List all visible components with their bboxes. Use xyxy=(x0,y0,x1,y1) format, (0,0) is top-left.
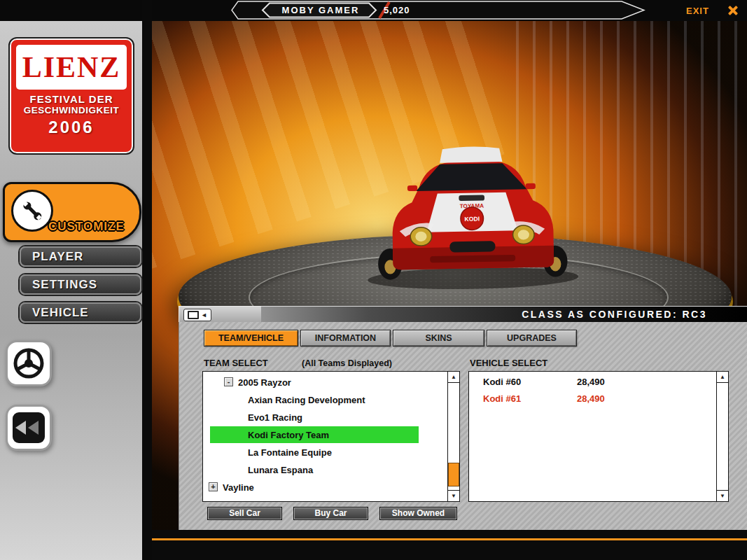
left-arrow-icon: ◄ xyxy=(201,312,207,318)
tab-skins[interactable]: SKINS xyxy=(393,330,484,346)
class-header: CLASS AS CONFIGURED: RC3 xyxy=(261,306,747,322)
logo-line2: GESCHWINDIGKEIT xyxy=(11,105,132,115)
logo-year: 2006 xyxy=(11,118,132,137)
tab-upgrades[interactable]: UPGRADES xyxy=(487,330,577,346)
team-row[interactable]: Axian Racing Development xyxy=(203,391,447,409)
scroll-down-icon[interactable]: ▼ xyxy=(448,490,459,501)
team-group-row[interactable]: + Vayline xyxy=(203,479,447,496)
team-row-selected[interactable]: Kodi Factory Team xyxy=(203,426,447,444)
vehicle-row-selected[interactable]: Kodi #61 28,490 xyxy=(469,391,715,407)
accent-line xyxy=(152,538,747,540)
vehicle-row[interactable]: Kodi #60 28,490 xyxy=(469,374,715,391)
garage-panel: TEAM/VEHICLE INFORMATION SKINS UPGRADES … xyxy=(179,322,747,530)
wrench-emblem xyxy=(11,190,53,232)
sidebar-item-vehicle[interactable]: VEHICLE xyxy=(20,302,141,323)
buy-car-button[interactable]: Buy Car xyxy=(293,507,368,520)
logo-title: LIENZ xyxy=(22,50,121,84)
credits-amount: 5,020 xyxy=(384,5,410,15)
team-row[interactable]: Evo1 Racing xyxy=(203,409,447,426)
vehicle-select-list: Kodi #60 28,490 Kodi #61 28,490 ▲ ▼ xyxy=(468,371,729,502)
arrows-button[interactable] xyxy=(6,405,52,451)
vehicle-list-scrollbar[interactable]: ▲ ▼ xyxy=(716,372,728,501)
steering-wheel-button[interactable] xyxy=(6,340,52,386)
car-image: TOYAMA KODI xyxy=(355,122,589,298)
logo-title-box: LIENZ xyxy=(16,45,127,90)
event-logo: LIENZ FESTIVAL DER GESCHWINDIGKEIT 2006 xyxy=(10,38,133,153)
team-list-scrollbar[interactable]: ▲ ▼ xyxy=(447,372,459,501)
vehicle-select-title: VEHICLE SELECT xyxy=(470,358,547,368)
hood-logo-decal: KODI xyxy=(464,216,480,223)
sidebar: LIENZ FESTIVAL DER GESCHWINDIGKEIT 2006 xyxy=(0,21,142,560)
scroll-down-icon[interactable]: ▼ xyxy=(717,490,728,501)
sell-car-button[interactable]: Sell Car xyxy=(207,507,282,520)
sidebar-item-settings[interactable]: SETTINGS xyxy=(20,274,141,295)
exit-button[interactable]: EXIT xyxy=(686,6,709,16)
team-group-row[interactable]: - 2005 Rayzor xyxy=(203,374,447,391)
show-owned-button[interactable]: Show Owned xyxy=(379,507,457,520)
monitor-icon xyxy=(188,311,199,319)
tab-information[interactable]: INFORMATION xyxy=(300,330,391,346)
team-row[interactable]: La Fontaine Equipe xyxy=(203,444,447,461)
customize-label: CUSTOMIZE xyxy=(48,220,125,234)
scroll-up-icon[interactable]: ▲ xyxy=(448,372,459,383)
camera-tab: ◄ xyxy=(179,306,261,322)
steering-wheel-icon xyxy=(12,346,46,380)
wrench-icon xyxy=(20,199,44,223)
scroll-up-icon[interactable]: ▲ xyxy=(717,372,728,383)
camera-view-button[interactable]: ◄ xyxy=(183,309,211,321)
bottom-bar xyxy=(152,530,747,560)
customize-button[interactable]: CUSTOMIZE xyxy=(3,182,141,242)
sidebar-item-player[interactable]: PLAYER xyxy=(20,246,141,267)
team-select-title: TEAM SELECT xyxy=(204,358,268,368)
tab-team-vehicle[interactable]: TEAM/VEHICLE xyxy=(204,330,298,346)
team-select-list: - 2005 Rayzor Axian Racing Development E… xyxy=(202,371,460,502)
scrollbar-thumb[interactable] xyxy=(448,463,459,486)
player-name: MOBY GAMER xyxy=(265,5,377,15)
game-window: TOYAMA KODI ◄ CLASS AS CONFIGURED: RC3 T… xyxy=(0,0,747,560)
top-bar: MOBY GAMER 5,020 EXIT xyxy=(0,0,747,21)
double-left-arrow-icon xyxy=(13,412,45,443)
collapse-icon[interactable]: - xyxy=(224,377,233,386)
sidebar-divider xyxy=(142,0,152,560)
expand-icon[interactable]: + xyxy=(209,482,218,491)
logo-line1: FESTIVAL DER xyxy=(11,93,132,105)
close-icon[interactable] xyxy=(727,4,739,17)
team-row[interactable]: Lunara Espana xyxy=(203,461,447,479)
team-filter-status: (All Teams Displayed) xyxy=(302,358,392,368)
